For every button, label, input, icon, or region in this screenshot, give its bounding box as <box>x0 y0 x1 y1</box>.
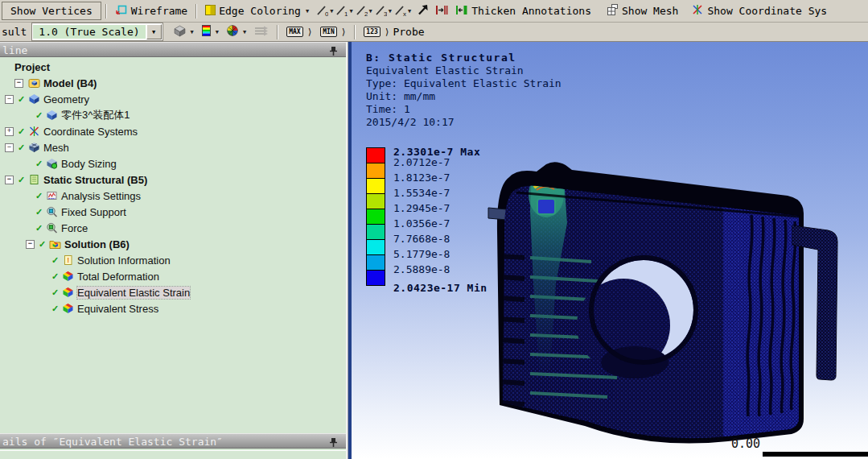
tree-item-label: Fixed Support <box>61 206 126 218</box>
cube-icon <box>174 25 186 39</box>
thicken-annotations-icon <box>455 4 468 19</box>
legend-color-swatch <box>366 224 385 240</box>
solution-icon <box>49 238 61 250</box>
tree-item-static-structural-b5[interactable]: −✓Static Structural (B5) <box>0 172 346 188</box>
chevron-down-icon: ▼ <box>369 8 372 14</box>
tree-item-total-deformation[interactable]: ✓Total Deformation <box>0 268 346 284</box>
status-check-icon: ✓ <box>18 143 27 153</box>
coord-icon <box>28 126 40 137</box>
tree-item-model-b4[interactable]: −Model (B4) <box>0 75 346 91</box>
edge-coloring-button[interactable]: Edge Coloring ▼ <box>201 3 313 19</box>
annotation-arrow-icon[interactable] <box>417 4 429 19</box>
chevron-down-icon: ▼ <box>349 8 352 14</box>
tree-item-project[interactable]: Project <box>0 59 346 75</box>
contour-bands-button[interactable]: ▼ <box>198 23 223 40</box>
legend-color-swatch <box>366 147 385 163</box>
geometry-display-button[interactable]: ▼ <box>170 23 198 41</box>
show-min-button[interactable]: MIN⟩ <box>316 25 350 39</box>
edge-line-3-button[interactable]: 3▼ <box>375 5 392 17</box>
ruler-zero-label: 0.00 <box>731 436 760 451</box>
annotation-line: 2015/4/2 10:17 <box>366 116 562 129</box>
svg-text:!: ! <box>67 256 69 264</box>
fixedsupport-icon <box>46 206 58 217</box>
collapse-minus-icon[interactable]: − <box>14 79 23 88</box>
annotation-line: Time: 1 <box>366 103 562 116</box>
project-tree: Project−Model (B4)−✓Geometry✓零件3^装配体1+✓C… <box>0 59 346 316</box>
legend-value-label: 2.0712e-7 <box>393 156 450 169</box>
legend-value-label: 1.5534e-7 <box>393 187 450 200</box>
status-check-icon: ✓ <box>51 255 61 266</box>
toolbar-separator <box>354 25 356 39</box>
expand-plus-icon[interactable]: + <box>5 127 14 136</box>
result-scale-value: 1.0 (True Scale) <box>33 25 145 39</box>
static-icon <box>28 174 40 185</box>
graphics-viewport[interactable]: B: Static StructuralEquivalent Elastic S… <box>352 42 868 459</box>
collapse-minus-icon[interactable]: − <box>5 95 14 104</box>
tree-item-label: 零件3^装配体1 <box>61 108 130 122</box>
tree-item-solution-b6[interactable]: −✓Solution (B6) <box>0 236 346 252</box>
chevron-down-icon: ▼ <box>330 8 333 14</box>
edge-line-0-button[interactable]: 0▼ <box>316 5 333 17</box>
legend-color-swatch <box>366 239 385 255</box>
collapse-minus-icon[interactable]: − <box>26 240 35 249</box>
edge-line-x-button[interactable]: x▼ <box>394 5 411 17</box>
details-panel-header[interactable]: ails of ″Equivalent Elastic Strain″ <box>0 433 346 449</box>
collapse-minus-icon[interactable]: − <box>5 143 14 152</box>
legend-color-swatch <box>366 193 385 209</box>
line-icon: 3 <box>375 5 387 17</box>
show-coordinate-systems-button[interactable]: Show Coordinate Sys <box>687 2 831 20</box>
thicken-annotations-button[interactable]: Thicken Annotations <box>451 2 595 20</box>
svg-text:1: 1 <box>344 10 348 17</box>
tree-item-fixed-support[interactable]: ✓Fixed Support <box>0 204 346 220</box>
legend-value-label: 5.1779e-8 <box>393 248 450 261</box>
show-mesh-button[interactable]: Show Mesh <box>602 2 682 20</box>
tree-item-body-sizing[interactable]: ✓Body Sizing <box>0 155 346 172</box>
panel-splitter[interactable] <box>346 42 352 459</box>
tree-item-equivalent-elastic-strain[interactable]: ✓Equivalent Elastic Strain <box>0 284 346 300</box>
status-check-icon: ✓ <box>35 191 45 201</box>
chevron-down-icon: ▼ <box>306 8 309 14</box>
tree-item-coordinate-systems[interactable]: +✓Coordinate Systems <box>0 123 346 139</box>
edges-display-button[interactable]: ▼ <box>223 23 250 40</box>
edge-coloring-icon <box>205 5 216 18</box>
tree-item-label: Solution Information <box>77 254 171 267</box>
show-coordinate-systems-label: Show Coordinate Sys <box>707 5 827 17</box>
tree-item-零件3-装配体1[interactable]: ✓零件3^装配体1 <box>0 107 346 123</box>
graphics-toolbar: Show Vertices Wireframe Edge Coloring ▼ … <box>0 0 868 23</box>
line-icon: 0 <box>316 5 328 17</box>
tree-item-equivalent-stress[interactable]: ✓Equivalent Stress <box>0 300 346 316</box>
toolbar-separator <box>195 4 197 19</box>
tree-item-label: Mesh <box>43 142 69 154</box>
chevron-down-icon[interactable]: ▼ <box>146 24 162 39</box>
tree-item-mesh[interactable]: −✓Mesh <box>0 139 346 155</box>
toolbar-separator <box>277 25 278 39</box>
chevron-down-icon: ▼ <box>191 29 194 35</box>
bodysizing-icon <box>46 158 58 169</box>
probe-button[interactable]: 123⟩ Probe <box>360 24 428 39</box>
wireframe-button[interactable]: Wireframe <box>111 2 191 20</box>
show-vertices-button[interactable]: Show Vertices <box>2 2 101 20</box>
min-badge-icon: MIN <box>320 27 336 37</box>
tree-item-label: Analysis Settings <box>61 190 141 202</box>
wireframe-icon <box>115 3 128 19</box>
legend-value-label: 2.5889e-8 <box>393 263 450 276</box>
tree-item-analysis-settings[interactable]: ✓Analysis Settings <box>0 188 346 204</box>
outline-panel-header[interactable]: line <box>0 42 346 57</box>
capped-isosurface-icon[interactable] <box>435 4 448 19</box>
result-scale-select[interactable]: 1.0 (True Scale) ▼ <box>31 23 162 41</box>
status-check-icon: ✓ <box>18 126 27 137</box>
collapse-minus-icon[interactable]: − <box>5 176 14 184</box>
tree-item-solution-information[interactable]: ✓!Solution Information <box>0 252 346 268</box>
outline-header-label: line <box>2 44 27 56</box>
show-mesh-icon <box>606 3 619 19</box>
probe-label: Probe <box>393 26 424 38</box>
legend-color-swatch <box>366 209 385 225</box>
show-max-button[interactable]: MAX⟩ <box>282 25 316 39</box>
badge-paren: ⟩ <box>307 27 313 37</box>
tree-item-geometry[interactable]: −✓Geometry <box>0 91 346 107</box>
model-icon <box>28 77 40 89</box>
geom-icon <box>28 93 40 105</box>
edge-line-1-button[interactable]: 1▼ <box>335 5 352 17</box>
tree-item-force[interactable]: ✓Force <box>0 220 346 236</box>
edge-line-2-button[interactable]: 2▼ <box>356 5 372 17</box>
